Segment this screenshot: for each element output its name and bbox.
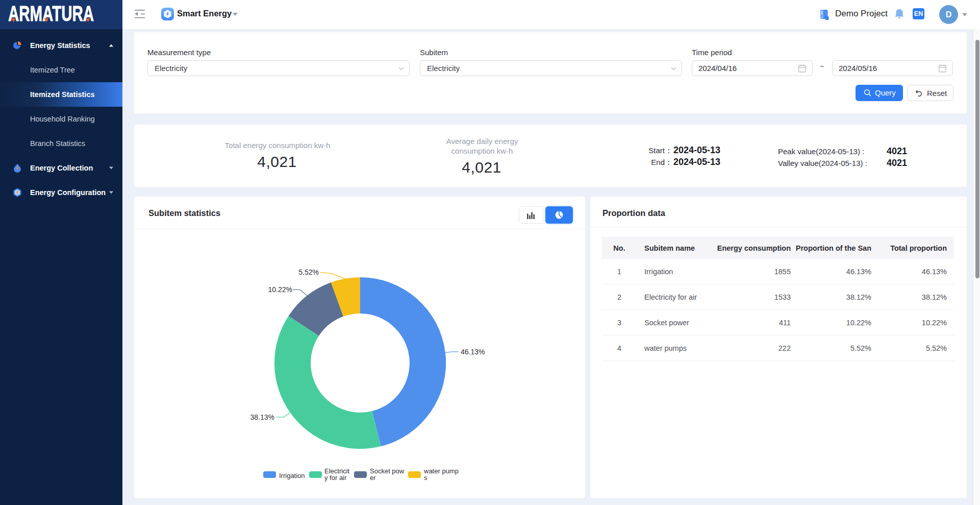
svg-text:10.22%: 10.22% xyxy=(268,285,292,294)
svg-text:ARMATURA: ARMATURA xyxy=(8,2,94,26)
svg-text:46.13%: 46.13% xyxy=(461,348,485,356)
svg-text:38.13%: 38.13% xyxy=(250,413,274,421)
svg-text:5.52%: 5.52% xyxy=(298,268,319,276)
